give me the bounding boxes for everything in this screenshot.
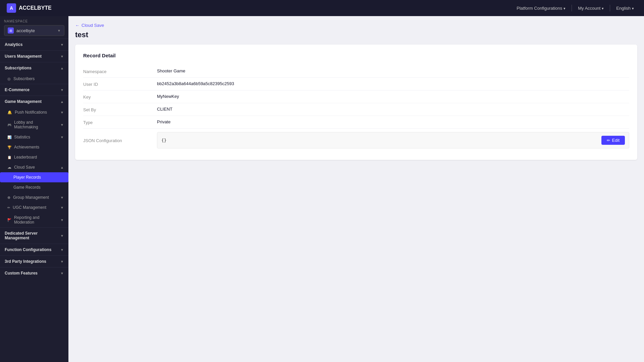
sidebar-section-subscriptions: Subscriptions Subscribers — [0, 62, 68, 84]
group-chevron — [60, 196, 64, 199]
record-label-namespace: Namespace — [83, 68, 157, 74]
sidebar-item-game-records[interactable]: Game Records — [0, 182, 68, 192]
language-label: English — [616, 6, 631, 11]
sidebar-item-lobby-matchmaking[interactable]: Lobby and Matchmaking — [0, 117, 68, 132]
ecommerce-label: E-Commerce — [5, 87, 30, 92]
3rd-party-label: 3rd Party Integrations — [5, 259, 46, 264]
edit-label: Edit — [612, 138, 620, 143]
top-nav-right: Platform Configurations My Account Engli… — [513, 4, 637, 13]
leaderboard-icon — [7, 155, 11, 160]
sidebar-header-dedicated-server[interactable]: Dedicated Server Management — [0, 228, 68, 244]
reporting-moderation-label: Reporting and Moderation — [14, 215, 58, 225]
reporting-moderation-icon — [7, 218, 11, 222]
lobby-chevron — [60, 123, 64, 127]
breadcrumb-arrow: ← — [75, 23, 79, 28]
dedicated-server-chevron — [60, 234, 64, 238]
breadcrumb[interactable]: ← Cloud Save — [75, 23, 637, 28]
record-value-namespace: Shooter Game — [157, 68, 629, 73]
sidebar-header-ecommerce[interactable]: E-Commerce — [0, 84, 68, 96]
record-row-userid: User ID bb2452a3b8a644a6b59a5c82395c2593 — [83, 78, 629, 90]
record-row-key: Key MyNewKey — [83, 90, 629, 103]
namespace-section: NAMESPACE ⊞ accelbyte — [0, 16, 68, 39]
custom-features-label: Custom Features — [5, 271, 38, 276]
sidebar-header-custom-features[interactable]: Custom Features — [0, 267, 68, 279]
platform-configurations-chevron — [564, 6, 566, 11]
function-configs-label: Function Configurations — [5, 247, 51, 252]
my-account-button[interactable]: My Account — [575, 4, 607, 13]
ecommerce-chevron — [60, 88, 64, 92]
sidebar-item-achievements[interactable]: Achievements — [0, 142, 68, 152]
sidebar-section-dedicated-server: Dedicated Server Management — [0, 227, 68, 244]
json-box: {} Edit — [157, 132, 629, 148]
logo-icon: A — [7, 3, 16, 13]
subscribers-label: Subscribers — [13, 76, 35, 81]
ugc-management-label: UGC Management — [13, 205, 46, 210]
game-records-label: Game Records — [13, 185, 41, 190]
achievements-label: Achievements — [14, 145, 39, 149]
record-row-type: Type Private — [83, 116, 629, 129]
record-detail-card: Record Detail Namespace Shooter Game Use… — [75, 45, 637, 160]
reporting-chevron — [60, 218, 64, 222]
sidebar-item-push-notifications[interactable]: Push Notifications — [0, 107, 68, 117]
push-notifications-chevron — [60, 111, 64, 114]
namespace-selector[interactable]: ⊞ accelbyte — [4, 25, 64, 36]
language-button[interactable]: English — [613, 4, 637, 13]
statistics-chevron — [60, 135, 64, 139]
statistics-icon — [7, 135, 11, 139]
logo: A ACCELBYTE — [7, 3, 52, 13]
sidebar-header-analytics[interactable]: Analytics — [0, 39, 68, 50]
sidebar-item-subscribers[interactable]: Subscribers — [0, 74, 68, 84]
record-label-json: JSON Configuration — [83, 137, 157, 143]
card-title: Record Detail — [83, 53, 629, 58]
analytics-label: Analytics — [5, 42, 22, 47]
analytics-chevron — [60, 43, 64, 47]
record-label-setby: Set By — [83, 107, 157, 112]
sidebar-header-function-configs[interactable]: Function Configurations — [0, 244, 68, 255]
record-value-json-wrapper: {} Edit — [157, 132, 629, 148]
record-row-namespace: Namespace Shooter Game — [83, 65, 629, 78]
sidebar-item-leaderboard[interactable]: Leaderboard — [0, 152, 68, 162]
cloud-save-icon — [7, 165, 11, 170]
sidebar-item-reporting-moderation[interactable]: Reporting and Moderation — [0, 213, 68, 227]
language-chevron — [632, 6, 634, 11]
platform-configurations-label: Platform Configurations — [517, 6, 562, 11]
json-content: {} — [161, 138, 167, 143]
ugc-management-icon — [7, 205, 10, 210]
sidebar-header-3rd-party[interactable]: 3rd Party Integrations — [0, 256, 68, 267]
ugc-chevron — [60, 206, 64, 209]
function-configs-chevron — [60, 248, 64, 252]
users-chevron — [60, 55, 64, 58]
record-row-json: JSON Configuration {} Edit — [83, 129, 629, 152]
leaderboard-label: Leaderboard — [14, 155, 37, 160]
sidebar-section-ecommerce: E-Commerce — [0, 84, 68, 96]
sidebar-header-users[interactable]: Users Management — [0, 51, 68, 62]
platform-configurations-button[interactable]: Platform Configurations — [513, 4, 569, 13]
namespace-chevron — [57, 29, 61, 33]
record-label-type: Type — [83, 119, 157, 125]
record-row-setby: Set By CLIENT — [83, 103, 629, 116]
sidebar-item-cloud-save[interactable]: Cloud Save — [0, 162, 68, 172]
record-label-userid: User ID — [83, 81, 157, 87]
sidebar-section-function-configs: Function Configurations — [0, 244, 68, 255]
namespace-value: accelbyte — [16, 28, 35, 33]
cloud-save-chevron — [60, 166, 64, 169]
record-value-key: MyNewKey — [157, 94, 629, 99]
sidebar-item-group-management[interactable]: Group Management — [0, 192, 68, 202]
record-value-userid: bb2452a3b8a644a6b59a5c82395c2593 — [157, 81, 629, 86]
sidebar-header-subscriptions[interactable]: Subscriptions — [0, 62, 68, 74]
push-notifications-icon — [7, 110, 12, 115]
sidebar-item-player-records[interactable]: Player Records — [0, 172, 68, 182]
sidebar-header-game-management[interactable]: Game Management — [0, 96, 68, 107]
sidebar-section-users: Users Management — [0, 50, 68, 62]
sidebar-section-analytics: Analytics — [0, 39, 68, 50]
content-area: ← Cloud Save test Record Detail Namespac… — [68, 16, 644, 362]
record-value-setby: CLIENT — [157, 107, 629, 112]
edit-button[interactable]: Edit — [601, 136, 625, 145]
namespace-icon: ⊞ — [8, 27, 14, 34]
sidebar-item-ugc-management[interactable]: UGC Management — [0, 202, 68, 213]
group-management-label: Group Management — [13, 195, 49, 200]
subscriptions-label: Subscriptions — [5, 66, 32, 70]
sidebar-item-statistics[interactable]: Statistics — [0, 132, 68, 142]
users-label: Users Management — [5, 54, 42, 59]
statistics-label: Statistics — [14, 135, 30, 139]
